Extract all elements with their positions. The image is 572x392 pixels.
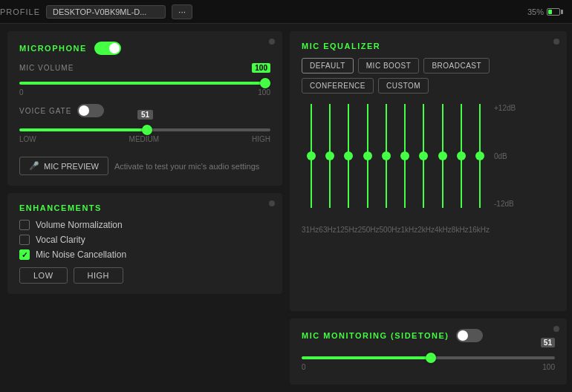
eq-fill-bottom — [423, 156, 424, 208]
microphone-toggle-track[interactable] — [94, 42, 121, 55]
eq-bar-col-3 — [358, 104, 377, 208]
main-content: MICROPHONE MIC VOLUME 100 0 100 VOICE GA… — [0, 24, 572, 392]
more-button[interactable]: ··· — [172, 4, 192, 19]
preset-mic-boost[interactable]: MIC BOOST — [358, 58, 420, 74]
preset-default[interactable]: DEFAULT — [302, 58, 354, 74]
battery-percent: 35% — [527, 7, 544, 16]
enhancement-item-0: Volume Normalization — [19, 220, 270, 230]
eq-fill-top — [367, 104, 368, 156]
eq-panel: MIC EQUALIZER DEFAULT MIC BOOST BROADCAS… — [290, 31, 567, 311]
eq-fill-bottom — [386, 156, 387, 208]
eq-bar-col-4 — [377, 104, 395, 208]
eq-bar-col-5 — [395, 104, 414, 208]
vocal-clarity-checkbox[interactable] — [19, 235, 30, 245]
right-column: MIC EQUALIZER DEFAULT MIC BOOST BROADCAS… — [290, 31, 567, 385]
panel-corner-dot — [269, 39, 275, 45]
eq-freq-labels: 31Hz 63Hz 125Hz 250Hz 500Hz 1kHz 2kHz 4k… — [302, 226, 522, 234]
eq-fill-bottom — [311, 156, 312, 208]
preset-custom[interactable]: CUSTOM — [378, 78, 429, 94]
noise-cancel-label: Mic Noise Cancellation — [36, 249, 126, 260]
eq-bar-col-9 — [471, 104, 490, 208]
mic-preview-button[interactable]: 🎤 MIC PREVIEW — [19, 157, 108, 175]
eq-handle-4[interactable] — [382, 151, 391, 160]
eq-bar-col-7 — [433, 104, 452, 208]
eq-fill-bottom — [461, 156, 462, 208]
eq-fill-top — [423, 104, 424, 156]
topbar: PROFILE DESKTOP-V0BK9ML-D... ··· 35% — [0, 0, 572, 24]
profile-select[interactable]: DESKTOP-V0BK9ML-D... — [46, 5, 166, 19]
battery-tip — [561, 10, 563, 14]
eq-fill-bottom — [367, 156, 368, 208]
vocal-clarity-label: Vocal Clarity — [36, 235, 85, 245]
monitoring-vol-badge: 51 — [541, 338, 555, 347]
mic-header-row: MICROPHONE — [19, 42, 270, 55]
voice-gate-label: VOICE GATE — [19, 107, 71, 115]
voice-gate-toggle-track[interactable] — [77, 104, 104, 117]
monitoring-toggle-track[interactable] — [456, 329, 483, 342]
mic-preview-hint: Activate to test your mic's audio settin… — [114, 162, 259, 171]
eq-fill-bottom — [404, 156, 406, 208]
mic-volume-range-labels: 0 100 — [19, 88, 270, 97]
eq-bars-outer: +12dB 0dB -12dB — [302, 104, 522, 223]
eq-fill-top — [329, 104, 331, 156]
preset-conference[interactable]: CONFERENCE — [302, 78, 374, 94]
mic-volume-container: 100 0 100 — [19, 76, 270, 97]
mic-preview-label: MIC PREVIEW — [44, 162, 99, 171]
voice-gate-slider[interactable] — [19, 128, 270, 131]
monitor-vol-min: 0 — [302, 363, 306, 371]
eq-bar-col-0 — [302, 104, 320, 208]
eq-bars-container — [302, 104, 490, 208]
eq-fill-bottom — [442, 156, 443, 208]
eq-fill-top — [404, 104, 406, 156]
monitoring-volume-container: 51 0 100 — [302, 351, 555, 371]
voice-gate-toggle-thumb — [79, 105, 89, 116]
microphone-toggle-thumb — [109, 43, 120, 53]
panel-corner-dot-2 — [269, 200, 275, 206]
eq-title: MIC EQUALIZER — [302, 42, 555, 50]
eq-fill-top — [311, 104, 312, 156]
voice-gate-toggle[interactable] — [77, 104, 104, 117]
noise-cancel-checkbox[interactable] — [19, 249, 30, 260]
preset-broadcast[interactable]: BROADCAST — [423, 58, 490, 74]
eq-fill-bottom — [329, 156, 331, 208]
eq-bar-col-2 — [339, 104, 358, 208]
volume-norm-checkbox[interactable] — [19, 220, 30, 230]
enhancement-buttons: LOW HIGH — [19, 267, 270, 284]
voice-gate-low: LOW — [19, 135, 36, 143]
eq-fill-top — [461, 104, 462, 156]
battery-body — [547, 8, 560, 16]
monitoring-header-row: MIC MONITORING (SIDETONE) — [302, 329, 555, 342]
left-column: MICROPHONE MIC VOLUME 100 0 100 VOICE GA… — [7, 31, 282, 385]
high-button[interactable]: HIGH — [74, 267, 124, 284]
eq-fill-top — [442, 104, 443, 156]
monitoring-toggle[interactable] — [456, 329, 483, 342]
mic-volume-label: MIC VOLUME — [19, 64, 270, 72]
eq-handle-6[interactable] — [419, 151, 428, 160]
microphone-toggle[interactable] — [94, 42, 121, 55]
low-button[interactable]: LOW — [19, 267, 68, 284]
eq-fill-bottom — [479, 156, 481, 208]
eq-handle-7[interactable] — [438, 151, 447, 160]
eq-handle-5[interactable] — [400, 151, 409, 160]
eq-bar-col-6 — [415, 104, 433, 208]
voice-gate-high: HIGH — [252, 135, 270, 143]
microphone-title: MICROPHONE — [19, 44, 87, 53]
voice-gate-medium: MEDIUM — [129, 135, 160, 143]
eq-handle-3[interactable] — [363, 151, 372, 160]
eq-handle-8[interactable] — [457, 151, 466, 160]
eq-handle-2[interactable] — [344, 151, 353, 160]
enhancement-item-1: Vocal Clarity — [19, 235, 270, 245]
eq-handle-9[interactable] — [475, 151, 484, 160]
mic-icon: 🎤 — [29, 161, 39, 171]
eq-handle-0[interactable] — [307, 151, 316, 160]
profile-label: PROFILE — [0, 7, 40, 16]
eq-bars-inner — [302, 104, 522, 223]
voice-gate-range-labels: LOW MEDIUM HIGH — [19, 135, 270, 143]
mic-volume-slider[interactable] — [19, 82, 270, 85]
eq-fill-bottom — [348, 156, 349, 208]
monitoring-volume-slider[interactable] — [302, 356, 555, 359]
eq-handle-1[interactable] — [325, 151, 334, 160]
microphone-panel: MICROPHONE MIC VOLUME 100 0 100 VOICE GA… — [7, 31, 282, 186]
mic-vol-min: 0 — [19, 88, 24, 97]
eq-bar-col-8 — [452, 104, 470, 208]
